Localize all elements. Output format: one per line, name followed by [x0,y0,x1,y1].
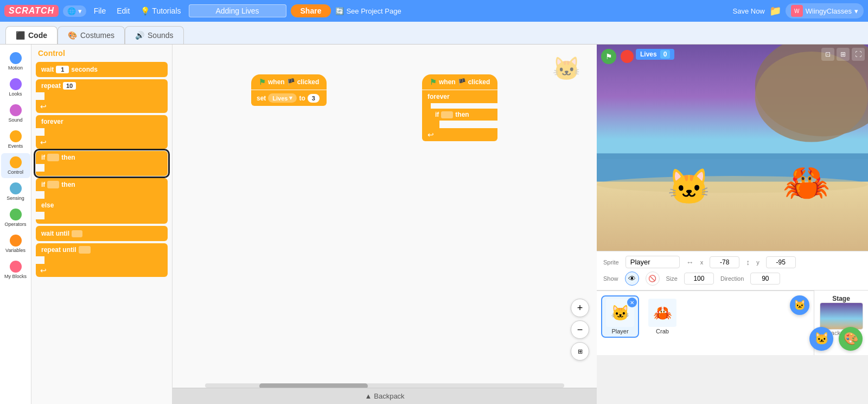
scrollbar-thumb[interactable] [259,383,368,388]
sprite-name-input[interactable] [626,256,680,268]
fit-button[interactable]: ⊞ [571,342,589,361]
lives-dropdown[interactable]: Lives ▾ [268,93,297,103]
lives-badge-label: Lives [640,50,657,58]
stage-controls: ⚑ [601,49,634,64]
file-menu[interactable]: File [91,5,110,17]
if-then-else-block[interactable]: if then else [36,178,168,224]
scratch-cat-watermark: 🐱 [552,55,580,82]
see-project-button[interactable]: 🔄 See Project Page [335,7,401,15]
category-control[interactable]: Control [1,153,30,178]
category-control-label: Control [8,169,23,175]
script-when-clicked-forever[interactable]: ⚑ when 🏴 clicked forever if then [422,74,497,141]
scratch-logo[interactable]: SCRATCH [4,5,59,17]
small-stage-button[interactable]: ⊡ [821,48,834,61]
right-panel: 🐱 🦀 ⚑ Lives 0 ⊡ ⊞ ⛶ [597,45,868,404]
folder-button[interactable]: 📁 [769,5,781,17]
sprite-item-crab[interactable]: 🦀 Crab [643,295,681,338]
sprite-item-player[interactable]: ✕ 🐱 Player [601,295,639,338]
show-button[interactable]: 👁 [625,272,639,286]
direction-input[interactable] [750,273,780,285]
repeat-until-block[interactable]: repeat until ↩ [36,243,168,277]
dropdown-arrow-icon: ▾ [289,94,292,102]
diamond-slot2 [47,181,59,188]
repeat-block[interactable]: repeat 10 ↩ [36,79,168,113]
lives-badge: Lives 0 [636,49,674,60]
stage-mini-thumbnail[interactable] [820,302,863,330]
tab-costumes[interactable]: 🎨 Costumes [58,26,125,44]
zoom-out-button[interactable]: − [571,320,589,339]
forever-block[interactable]: forever ↩ [36,115,168,149]
fullscreen-button[interactable]: ⛶ [852,48,865,61]
green-flag-button[interactable]: ⚑ [601,49,616,64]
canvas-scrollbar[interactable] [205,383,564,388]
events-dot [10,130,22,142]
bottom-arrow-icon: ↩ [427,130,434,139]
value-3-input[interactable]: 3 [308,94,320,103]
category-events-label: Events [8,143,23,149]
category-sensing[interactable]: Sensing [1,179,30,204]
lives-badge-value: 0 [660,50,671,59]
language-button[interactable]: 🌐 ▾ [63,5,86,17]
backpack-bar[interactable]: ▲ Backpack [173,388,597,404]
if-then-block[interactable]: if then [36,151,168,176]
y-input[interactable] [766,256,796,268]
size-input[interactable] [684,273,714,285]
share-button[interactable]: Share [291,4,331,17]
move-icon: ↔ [686,258,694,267]
category-myblocks[interactable]: My Blocks [1,257,30,282]
canvas-content[interactable]: 🐱 ⚑ when 🏴 clicked set Lives ▾ t [173,45,597,388]
category-variables[interactable]: Variables [1,231,30,256]
cat-button[interactable]: 🐱 [809,327,833,351]
add-sprite-button[interactable]: 🐱 [790,295,809,315]
wait-block[interactable]: wait 1 seconds [36,62,168,77]
hide-button[interactable]: 🚫 [646,272,660,286]
player-cat-sprite: 🐱 [667,167,711,207]
navbar: SCRATCH 🌐 ▾ File Edit 💡 Tutorials Share … [0,0,868,22]
edit-menu[interactable]: Edit [113,5,133,17]
flag-icon-inline: 🏴 [287,78,295,86]
category-operators[interactable]: Operators [1,205,30,230]
sounds-icon: 🔊 [135,31,144,40]
lightbulb-icon: 💡 [141,7,150,15]
script2-if-block: if then [431,109,497,121]
category-motion[interactable]: Motion [1,49,30,74]
tutorials-button[interactable]: 💡 Tutorials [137,5,184,17]
large-stage-button[interactable]: ⊞ [837,48,850,61]
code-icon: ⬛ [16,31,25,40]
delete-sprite-button[interactable]: ✕ [627,298,637,307]
stage-view-controls: ⊡ ⊞ ⛶ [821,48,865,61]
categories-sidebar: Motion Looks Sound Events Control Sensin… [0,45,31,404]
looks-dot [10,78,22,90]
refresh-icon: 🔄 [335,7,344,15]
category-looks[interactable]: Looks [1,75,30,100]
stage-panel-label: Stage [832,295,850,302]
stage-background-svg [597,45,868,251]
user-menu[interactable]: W WiingyClasses ▾ [786,3,864,18]
forever-arrow-icon: ↩ [40,138,47,147]
save-now-button[interactable]: Save Now [733,7,765,15]
stage-scene: 🐱 🦀 [597,45,868,251]
script-when-clicked-set[interactable]: ⚑ when 🏴 clicked set Lives ▾ to 3 [251,74,327,106]
project-title-input[interactable] [189,4,286,17]
arrow-up-icon: ↕ [746,258,750,267]
diamond-repeat-until [79,246,91,254]
tab-sounds[interactable]: 🔊 Sounds [125,26,183,44]
svg-point-2 [755,52,868,142]
zoom-in-button[interactable]: + [571,299,589,317]
paint-button[interactable]: 🎨 [839,327,863,351]
x-input[interactable] [710,256,739,268]
script2-forever-body: if then [422,103,497,128]
sprite-info-panel: Sprite ↔ x ↕ y Show 👁 🚫 Size Direction [597,251,868,290]
wait-until-block[interactable]: wait until [36,226,168,241]
flag-icon-inline2: 🏴 [458,78,466,86]
add-sprite-area: 🐱 [790,295,809,320]
diamond-until [72,230,82,237]
category-myblocks-label: My Blocks [4,274,27,279]
chevron-down-icon: ▾ [854,7,858,15]
tab-code[interactable]: ⬛ Code [5,26,58,44]
category-events[interactable]: Events [1,127,30,152]
category-sound[interactable]: Sound [1,101,30,126]
tabbar: ⬛ Code 🎨 Costumes 🔊 Sounds [0,22,868,45]
stop-button[interactable] [621,50,634,63]
control-dot [10,156,22,168]
